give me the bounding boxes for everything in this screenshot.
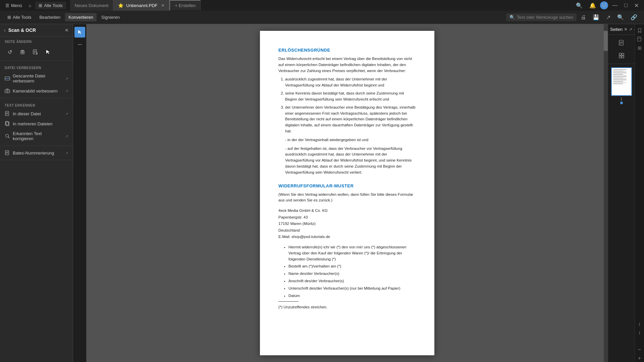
document-viewer[interactable]: ERLÖSCHENSGRÜNDE Das Widerrufsrecht erli…	[87, 24, 608, 362]
search-icon: 🔍	[509, 15, 515, 20]
search-placeholder: Text oder Werkzeuge suchen	[517, 15, 573, 20]
extra-section: Bates-Nummerierung ↗	[0, 146, 73, 160]
save-icon[interactable]: 💾	[590, 12, 602, 22]
new-tab-button[interactable]: + Erstellen	[169, 0, 201, 11]
svg-rect-35	[622, 56, 624, 58]
far-right-btn-1[interactable]	[636, 27, 643, 34]
action-icons-group: ↺	[0, 45, 73, 61]
camera-icon	[5, 88, 10, 94]
tab-unbenannt-pdf[interactable]: ⭐ Unbenannt.PDF ✕	[113, 0, 169, 11]
page-thumbnail[interactable]: 1	[611, 67, 632, 104]
thumb-content	[612, 68, 631, 95]
text-korrigieren-label: Erkannten Text korrigieren	[13, 131, 63, 141]
address-line4: Deutschland	[278, 227, 416, 234]
menu-button[interactable]: ☰ Menü	[3, 2, 25, 9]
toolbar-bearbeiten[interactable]: Bearbeiten	[36, 13, 64, 21]
avatar-initials: U	[600, 1, 609, 10]
tab-label-neues: Neues Dokument	[75, 3, 108, 8]
in-mehreren-label: In mehreren Dateien	[13, 121, 68, 126]
section1-sub2: - auf der festgehalten ist, dass der Ver…	[278, 146, 416, 176]
select-tool-button[interactable]	[74, 27, 85, 38]
minimize-button[interactable]: —	[609, 1, 620, 10]
svg-point-14	[7, 90, 8, 92]
home-icon: ⌂	[29, 3, 32, 8]
new-tab-label: + Erstellen	[175, 3, 196, 8]
bookmark-icon	[637, 28, 642, 33]
page-number-2: 1	[639, 331, 641, 335]
bates-nummerierung-btn[interactable]: Bates-Nummerierung ↗	[0, 148, 73, 158]
address-line3: 17192 Waren (Müritz)	[278, 221, 416, 227]
toolbar-konvertieren[interactable]: Konvertieren	[65, 13, 97, 21]
right-panel: Seiten ✕ ↗ ···	[608, 24, 635, 362]
more-tools-button[interactable]: ···	[74, 39, 85, 50]
main-area: ‹ Scan & OCR ✕ SEITE ÄNDERN ↺ DATEI VERB…	[0, 24, 644, 362]
right-panel-close[interactable]: ✕	[624, 27, 628, 32]
panel-header: ‹ Scan & OCR ✕	[0, 24, 73, 37]
toolbar-search[interactable]: 🔍 Text oder Werkzeuge suchen	[506, 13, 577, 21]
svg-rect-33	[622, 53, 624, 55]
all-tools-title-button[interactable]: ⊞ Alle Tools	[35, 2, 66, 9]
share-icon[interactable]: ↗	[603, 12, 613, 22]
pages-icon	[637, 37, 642, 42]
gescannte-datei-badge: ↗	[65, 77, 68, 80]
datei-verbessern-section: DATEI VERBESSERN Gescannte Datei verbess…	[0, 61, 73, 98]
left-panel: ‹ Scan & OCR ✕ SEITE ÄNDERN ↺ DATEI VERB…	[0, 24, 73, 362]
kamerabild-btn[interactable]: Kamerabild verbessern ↗	[0, 86, 73, 96]
thumb-line-13	[613, 83, 623, 84]
close-window-button[interactable]: ✕	[632, 1, 641, 10]
right-panel-icons	[608, 35, 635, 64]
extract-icon-btn[interactable]	[30, 47, 40, 57]
zoom-icon[interactable]: 🔍	[614, 12, 627, 22]
right-panel-export[interactable]: ↗	[629, 27, 632, 32]
bates-badge: ↗	[65, 151, 68, 155]
scrollbar-thumb[interactable]	[604, 31, 608, 51]
section2-para1: (Wenn Sie den Vertrag widerrufen wollen,…	[278, 192, 416, 204]
text-erkennen-section: TEXT ERKENNEN In dieser Datei ↗ In mehre…	[0, 98, 73, 146]
toolbar-signieren[interactable]: Signieren	[98, 13, 123, 21]
text-korrigieren-btn[interactable]: Erkannten Text korrigieren ↗	[0, 129, 73, 143]
panel-close-button[interactable]: ✕	[65, 27, 69, 33]
toolbar-alle-tools[interactable]: ⊞ Alle Tools	[4, 13, 35, 21]
refresh-icon-btn[interactable]: ↺	[5, 47, 15, 57]
right-icon-grid[interactable]	[615, 50, 628, 62]
home-button[interactable]: ⌂	[26, 2, 34, 9]
grid-icon: ⊞	[39, 3, 42, 8]
tab-neues-dokument[interactable]: Neues Dokument	[70, 0, 113, 11]
cursor-icon-btn[interactable]	[43, 47, 53, 57]
page-count-1: 1	[636, 320, 643, 328]
svg-marker-10	[46, 50, 50, 54]
right-icon-file[interactable]	[615, 37, 628, 49]
search-title-icon[interactable]: 🔍	[573, 1, 585, 10]
bullet-list: Hiermit widerrufe(n) ich/ wir (*) den vo…	[278, 244, 416, 299]
zoom-out-btn[interactable]: −	[636, 346, 643, 353]
section1-list: ausdrücklich zugestimmt hat, dass der Un…	[278, 76, 416, 134]
thumb-line-10	[613, 80, 627, 81]
page-count-2: 1	[636, 329, 643, 337]
in-dieser-datei-btn[interactable]: In dieser Datei ↗	[0, 109, 73, 119]
maximize-button[interactable]: □	[622, 1, 630, 10]
file-icon	[5, 111, 10, 116]
thumb-line-8	[613, 78, 623, 78]
user-avatar[interactable]: U	[600, 1, 608, 9]
text-erkennen-label: TEXT ERKENNEN	[0, 100, 73, 109]
text-korrigieren-badge: ↗	[65, 134, 68, 138]
tab-close-icon[interactable]: ✕	[161, 3, 164, 8]
scrollbar-track[interactable]	[604, 24, 608, 362]
zoom-in-btn[interactable]: +	[636, 355, 643, 362]
main-toolbar: ⊞ Alle Tools Bearbeiten Konvertieren Sig…	[0, 11, 644, 24]
panel-back-button[interactable]: ‹	[4, 27, 6, 33]
far-right-btn-2[interactable]	[636, 36, 643, 43]
thumb-line-9	[613, 79, 627, 79]
document-page: ERLÖSCHENSGRÜNDE Das Widerrufsrecht erli…	[260, 31, 434, 355]
far-right-btn-3[interactable]: ⊞	[636, 44, 643, 52]
svg-rect-5	[22, 50, 23, 51]
in-mehreren-dateien-btn[interactable]: In mehreren Dateien	[0, 119, 73, 129]
thumb-line-11	[613, 81, 623, 82]
notifications-icon[interactable]: 🔔	[587, 1, 599, 10]
gescannte-datei-btn[interactable]: Gescannte Datei verbessern ↗	[0, 71, 73, 86]
delete-icon-btn[interactable]	[17, 47, 28, 57]
link-icon[interactable]: 🔗	[628, 12, 640, 22]
bullet-item-2: Name des/der Verbraucher(s)	[288, 271, 416, 277]
svg-rect-13	[5, 89, 10, 93]
print-icon[interactable]: 🖨	[578, 13, 589, 22]
